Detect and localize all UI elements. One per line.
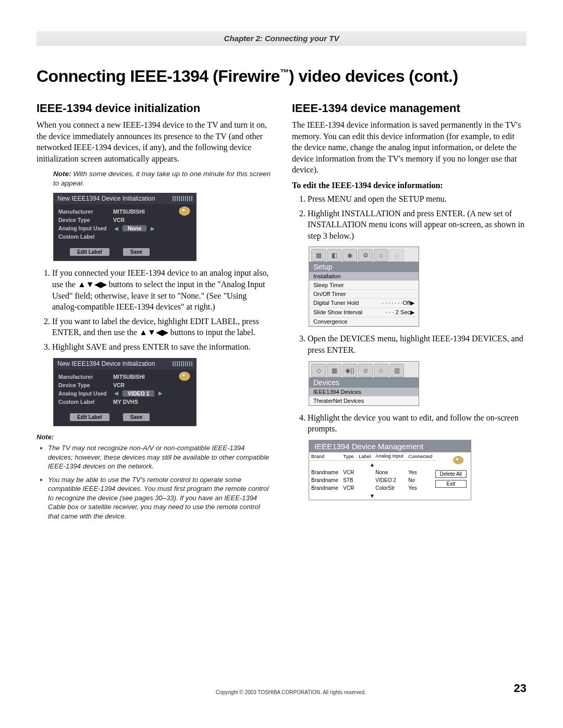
col-header: Label [357,452,373,461]
steps-list: Press MENU and open the SETUP menu. High… [292,193,527,241]
left-arrow-icon: ◀ [113,226,119,231]
steps-list: Highlight the device you want to edit, a… [292,412,527,435]
osd-field-label: Device Type [58,382,113,388]
note-label: Note: [53,170,71,178]
step-item: Highlight INSTALLATION and press ENTER. … [308,208,527,242]
menu-item: Slide Show Interval· · · 2 Sec▶ [309,308,419,317]
menu-icon: ◉)) [342,364,357,377]
delete-all-button: Delete All [435,470,467,478]
scroll-down-icon: ▼ [309,492,435,500]
osd-selected-value: VIDEO 1 [123,390,154,397]
intro-paragraph: When you connect a new IEEE-1394 device … [36,119,271,164]
save-button: Save [123,248,150,256]
devices-menu-screenshot: ◇ ▦ ◉)) ⎚ ⌂ ▥ Devices IEEE1394 Devices T… [309,361,419,406]
copyright: Copyright © 2003 TOSHIBA CORPORATION. Al… [68,689,514,695]
chapter-heading: Chapter 2: Connecting your TV [36,31,527,46]
menu-icon: ◧ [327,249,341,262]
note-text: With some devices, it may take up to one… [53,170,271,187]
osd-init-screenshot-1: New IEEE1394 Device Initialization Manuf… [53,193,197,261]
menu-icon: ⎚ [358,364,373,377]
page-number: 23 [514,682,527,695]
disc-icon [453,456,463,464]
osd-selected-value: None [123,225,146,231]
menu-header: Devices [309,377,419,388]
menu-icon: ⚙ [358,249,373,262]
note-bullet: The TV may not recognize non-A/V or non-… [48,443,271,471]
menu-icon: ◇ [389,249,404,262]
osd-init-screenshot-2: New IEEE1394 Device Initialization Manuf… [53,358,197,426]
steps-list: Open the DEVICES menu, highlight IEEE-13… [292,333,527,355]
step-item: If you connected your IEEE-1394 device t… [52,267,271,312]
disc-icon [179,372,190,381]
section-heading-init: IEEE-1394 device initialization [36,102,271,115]
menu-item: Sleep Timer [309,281,419,290]
table-row: BrandnameVCRNoneYes [309,468,435,476]
menu-item: IEEE1394 Devices [309,388,419,397]
col-header: Connected [406,452,435,461]
step-item: Press MENU and open the SETUP menu. [308,193,527,205]
left-column: IEEE-1394 device initialization When you… [36,102,271,525]
osd-field-label: Custom Label [58,399,113,405]
step-item: Highlight the device you want to edit, a… [308,412,527,435]
left-arrow-icon: ◀ [113,390,119,396]
save-button: Save [123,413,150,421]
col-header: Type [341,452,357,461]
intro-paragraph: The IEEE-1394 device information is save… [292,119,527,176]
section-heading-mgmt: IEEE-1394 device management [292,102,527,115]
step-item: Open the DEVICES menu, highlight IEEE-13… [308,333,527,355]
osd-field-value: VCR [113,217,191,223]
menu-item: Digital Tuner Hold· · · · · · ·Off▶ [309,299,419,308]
edit-label-button: Edit Label [70,248,109,256]
osd-field-value: VCR [113,382,191,388]
panel-header: IEEE1394 Device Management [309,440,471,452]
title-stripes-icon [173,196,192,201]
menu-icon: ⌂ [374,249,388,262]
steps-list: If you connected your IEEE-1394 device t… [36,267,271,352]
osd-field-label: Manufacturer [58,374,113,380]
menu-icon: ▦ [311,249,326,262]
osd-field-label: Manufacturer [58,208,113,215]
menu-icon: ◇ [311,364,326,377]
scroll-up-icon: ▲ [309,460,435,468]
menu-item: Convergence [309,317,419,326]
subheading: To edit the IEEE-1394 device information… [292,181,527,190]
table-row: BrandnameSTBVIDEO 2No [309,476,435,484]
menu-item: Installation [309,272,419,281]
menu-icon: ▥ [389,364,404,377]
device-table: Brand Type Label Analog Input Connected … [309,452,435,500]
exit-button: Exit [435,480,467,488]
title-stripes-icon [173,361,192,366]
edit-label-button: Edit Label [70,413,109,421]
menu-icon: ⌂ [374,364,388,377]
right-column: IEEE-1394 device management The IEEE-139… [292,102,527,525]
note-bullet: You may be able to use the TV's remote c… [48,475,271,521]
note-block: Note: With some devices, it may take up … [53,169,271,188]
note-label: Note: [36,433,54,441]
osd-field-value: MY DVHS [113,399,191,405]
right-arrow-icon: ▶ [157,390,164,396]
menu-item: On/Off Timer [309,290,419,299]
osd-title: New IEEE1394 Device Initialization [57,360,155,367]
notes-block: Note: The TV may not recognize non-A/V o… [36,433,271,521]
setup-menu-screenshot: ▦ ◧ ◉ ⚙ ⌂ ◇ Setup Installation Sleep Tim… [309,246,419,327]
osd-field-label: Analog Input Used [58,225,113,231]
table-row: BrandnameVCRColorStrYes [309,484,435,492]
menu-icon: ▦ [327,364,341,377]
osd-title: New IEEE1394 Device Initialization [57,195,155,202]
osd-field-label: Analog Input Used [58,390,113,397]
menu-item: TheaterNet Devices [309,397,419,405]
menu-icon: ◉ [342,249,357,262]
col-header: Analog Input [373,452,406,461]
page-title: Connecting IEEE-1394 (Firewire™) video d… [36,67,527,86]
col-header: Brand [309,452,341,461]
right-arrow-icon: ▶ [150,226,156,231]
device-management-screenshot: IEEE1394 Device Management Brand Type La… [309,440,471,500]
osd-field-label: Device Type [58,217,113,223]
osd-field-label: Custom Label [58,233,113,240]
step-item: Highlight SAVE and press ENTER to save t… [52,341,271,353]
step-item: If you want to label the device, highlig… [52,316,271,338]
menu-header: Setup [309,262,419,272]
